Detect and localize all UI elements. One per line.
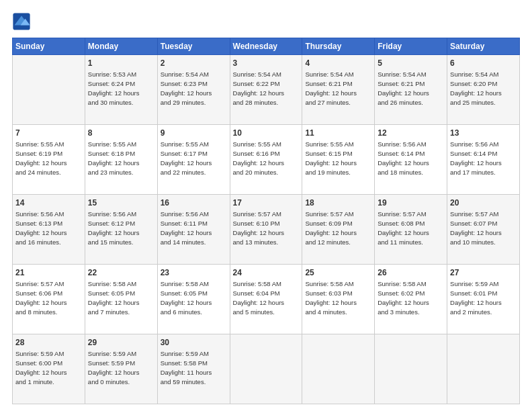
date-number: 3 — [233, 58, 300, 69]
date-number: 26 — [378, 267, 444, 279]
cell-3-6: 27Sunrise: 5:59 AM Sunset: 6:01 PM Dayli… — [447, 265, 520, 334]
cell-4-6 — [447, 334, 520, 404]
cell-0-2: 2Sunrise: 5:54 AM Sunset: 6:23 PM Daylig… — [157, 55, 230, 125]
cell-info: Sunrise: 5:55 AM Sunset: 6:19 PM Dayligh… — [15, 140, 67, 175]
cell-info: Sunrise: 5:57 AM Sunset: 6:09 PM Dayligh… — [305, 210, 357, 245]
cell-0-3: 3Sunrise: 5:54 AM Sunset: 6:22 PM Daylig… — [230, 55, 302, 125]
col-header-tuesday: Tuesday — [157, 38, 230, 55]
cell-3-3: 24Sunrise: 5:58 AM Sunset: 6:04 PM Dayli… — [230, 265, 302, 334]
date-number: 9 — [161, 128, 227, 139]
cell-info: Sunrise: 5:59 AM Sunset: 6:00 PM Dayligh… — [15, 350, 67, 385]
cell-info: Sunrise: 5:54 AM Sunset: 6:21 PM Dayligh… — [378, 71, 429, 105]
date-number: 8 — [88, 128, 154, 139]
cell-info: Sunrise: 5:59 AM Sunset: 5:58 PM Dayligh… — [161, 350, 212, 385]
cell-info: Sunrise: 5:55 AM Sunset: 6:16 PM Dayligh… — [233, 140, 285, 175]
cell-3-1: 22Sunrise: 5:58 AM Sunset: 6:05 PM Dayli… — [85, 265, 157, 334]
date-number: 25 — [305, 267, 371, 279]
cell-1-2: 9Sunrise: 5:55 AM Sunset: 6:17 PM Daylig… — [157, 125, 230, 195]
date-number: 22 — [88, 267, 154, 279]
cell-4-5 — [375, 334, 447, 404]
week-row-4: 28Sunrise: 5:59 AM Sunset: 6:00 PM Dayli… — [13, 334, 520, 404]
cell-0-0 — [13, 55, 85, 125]
date-number: 2 — [161, 58, 227, 69]
cell-2-5: 19Sunrise: 5:57 AM Sunset: 6:08 PM Dayli… — [375, 195, 447, 265]
header-row: SundayMondayTuesdayWednesdayThursdayFrid… — [13, 38, 520, 55]
cell-info: Sunrise: 5:57 AM Sunset: 6:08 PM Dayligh… — [378, 210, 429, 245]
cell-info: Sunrise: 5:55 AM Sunset: 6:15 PM Dayligh… — [305, 140, 357, 175]
cell-3-2: 23Sunrise: 5:58 AM Sunset: 6:05 PM Dayli… — [157, 265, 230, 334]
cell-info: Sunrise: 5:57 AM Sunset: 6:10 PM Dayligh… — [233, 210, 285, 245]
cell-3-0: 21Sunrise: 5:57 AM Sunset: 6:06 PM Dayli… — [13, 265, 85, 334]
date-number: 7 — [15, 128, 82, 139]
cell-0-6: 6Sunrise: 5:54 AM Sunset: 6:20 PM Daylig… — [447, 55, 520, 125]
cell-2-0: 14Sunrise: 5:56 AM Sunset: 6:13 PM Dayli… — [13, 195, 85, 265]
cell-4-2: 30Sunrise: 5:59 AM Sunset: 5:58 PM Dayli… — [157, 334, 230, 404]
date-number: 17 — [233, 197, 300, 209]
col-header-friday: Friday — [375, 38, 447, 55]
page: SundayMondayTuesdayWednesdayThursdayFrid… — [0, 0, 532, 411]
date-number: 21 — [15, 267, 82, 279]
week-row-1: 7Sunrise: 5:55 AM Sunset: 6:19 PM Daylig… — [13, 125, 520, 195]
date-number: 28 — [15, 337, 82, 349]
cell-info: Sunrise: 5:58 AM Sunset: 6:02 PM Dayligh… — [378, 280, 429, 315]
cell-info: Sunrise: 5:58 AM Sunset: 6:03 PM Dayligh… — [305, 280, 357, 315]
logo — [12, 12, 34, 31]
date-number: 27 — [450, 267, 517, 279]
date-number: 14 — [15, 197, 82, 209]
date-number: 13 — [450, 128, 517, 139]
cell-info: Sunrise: 5:56 AM Sunset: 6:14 PM Dayligh… — [378, 140, 429, 175]
cell-4-4 — [302, 334, 375, 404]
cell-0-4: 4Sunrise: 5:54 AM Sunset: 6:21 PM Daylig… — [302, 55, 375, 125]
cell-3-5: 26Sunrise: 5:58 AM Sunset: 6:02 PM Dayli… — [375, 265, 447, 334]
col-header-wednesday: Wednesday — [230, 38, 302, 55]
week-row-0: 1Sunrise: 5:53 AM Sunset: 6:24 PM Daylig… — [13, 55, 520, 125]
cell-2-3: 17Sunrise: 5:57 AM Sunset: 6:10 PM Dayli… — [230, 195, 302, 265]
date-number: 4 — [305, 58, 371, 69]
date-number: 18 — [305, 197, 371, 209]
cell-3-4: 25Sunrise: 5:58 AM Sunset: 6:03 PM Dayli… — [302, 265, 375, 334]
date-number: 30 — [161, 337, 227, 349]
cell-info: Sunrise: 5:55 AM Sunset: 6:17 PM Dayligh… — [161, 140, 212, 175]
cell-info: Sunrise: 5:56 AM Sunset: 6:11 PM Dayligh… — [161, 210, 212, 245]
date-number: 5 — [378, 58, 444, 69]
cell-info: Sunrise: 5:58 AM Sunset: 6:05 PM Dayligh… — [161, 280, 212, 315]
cell-info: Sunrise: 5:53 AM Sunset: 6:24 PM Dayligh… — [88, 71, 140, 105]
cell-4-3 — [230, 334, 302, 404]
date-number: 23 — [161, 267, 227, 279]
cell-2-2: 16Sunrise: 5:56 AM Sunset: 6:11 PM Dayli… — [157, 195, 230, 265]
cell-4-1: 29Sunrise: 5:59 AM Sunset: 5:59 PM Dayli… — [85, 334, 157, 404]
cell-info: Sunrise: 5:56 AM Sunset: 6:14 PM Dayligh… — [450, 140, 502, 175]
cell-1-6: 13Sunrise: 5:56 AM Sunset: 6:14 PM Dayli… — [447, 125, 520, 195]
cell-1-4: 11Sunrise: 5:55 AM Sunset: 6:15 PM Dayli… — [302, 125, 375, 195]
date-number: 24 — [233, 267, 300, 279]
date-number: 19 — [378, 197, 444, 209]
week-row-2: 14Sunrise: 5:56 AM Sunset: 6:13 PM Dayli… — [13, 195, 520, 265]
date-number: 12 — [378, 128, 444, 139]
col-header-sunday: Sunday — [13, 38, 85, 55]
cell-info: Sunrise: 5:54 AM Sunset: 6:23 PM Dayligh… — [161, 71, 212, 105]
cell-info: Sunrise: 5:56 AM Sunset: 6:13 PM Dayligh… — [15, 210, 67, 245]
cell-info: Sunrise: 5:57 AM Sunset: 6:06 PM Dayligh… — [15, 280, 67, 315]
cell-1-1: 8Sunrise: 5:55 AM Sunset: 6:18 PM Daylig… — [85, 125, 157, 195]
logo-icon — [12, 12, 31, 31]
cell-1-3: 10Sunrise: 5:55 AM Sunset: 6:16 PM Dayli… — [230, 125, 302, 195]
calendar-table: SundayMondayTuesdayWednesdayThursdayFrid… — [12, 38, 520, 404]
cell-info: Sunrise: 5:54 AM Sunset: 6:22 PM Dayligh… — [233, 71, 285, 105]
col-header-monday: Monday — [85, 38, 157, 55]
cell-0-5: 5Sunrise: 5:54 AM Sunset: 6:21 PM Daylig… — [375, 55, 447, 125]
date-number: 20 — [450, 197, 517, 209]
cell-info: Sunrise: 5:55 AM Sunset: 6:18 PM Dayligh… — [88, 140, 140, 175]
col-header-thursday: Thursday — [302, 38, 375, 55]
cell-info: Sunrise: 5:58 AM Sunset: 6:04 PM Dayligh… — [233, 280, 285, 315]
col-header-saturday: Saturday — [447, 38, 520, 55]
cell-0-1: 1Sunrise: 5:53 AM Sunset: 6:24 PM Daylig… — [85, 55, 157, 125]
cell-info: Sunrise: 5:59 AM Sunset: 5:59 PM Dayligh… — [88, 350, 140, 385]
date-number: 29 — [88, 337, 154, 349]
cell-2-1: 15Sunrise: 5:56 AM Sunset: 6:12 PM Dayli… — [85, 195, 157, 265]
date-number: 6 — [450, 58, 517, 69]
cell-info: Sunrise: 5:54 AM Sunset: 6:20 PM Dayligh… — [450, 71, 502, 105]
week-row-3: 21Sunrise: 5:57 AM Sunset: 6:06 PM Dayli… — [13, 265, 520, 334]
cell-info: Sunrise: 5:57 AM Sunset: 6:07 PM Dayligh… — [450, 210, 502, 245]
date-number: 11 — [305, 128, 371, 139]
cell-info: Sunrise: 5:54 AM Sunset: 6:21 PM Dayligh… — [305, 71, 357, 105]
